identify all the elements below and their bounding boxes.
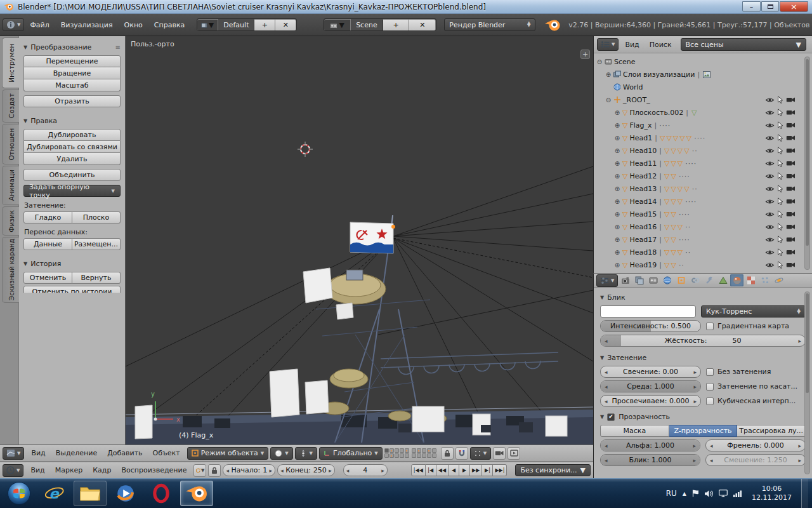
panel-header-history[interactable]: ▼ История	[23, 258, 121, 270]
tool-tab-2[interactable]: Создат	[2, 90, 20, 123]
outliner-row-Head14[interactable]: ⊕▽Head14|▽▽▽····	[594, 195, 812, 208]
properties-tab-particles[interactable]	[758, 274, 771, 286]
editor-type-selector-outliner[interactable]: ▼	[597, 38, 619, 51]
select-cursor-icon[interactable]	[777, 109, 783, 116]
transport-button-2[interactable]: |◀	[426, 464, 436, 476]
info-menu-2[interactable]: Визуализация	[55, 21, 119, 29]
expand-toggle-icon[interactable]: ⊕	[613, 211, 622, 218]
start-button[interactable]	[5, 479, 33, 507]
outliner-item-label[interactable]: Head10	[629, 147, 657, 155]
eye-icon[interactable]	[765, 236, 775, 243]
info-menu-3[interactable]: Окно	[119, 21, 148, 29]
tangent-checkbox-row[interactable]: Затенение по касат...	[706, 380, 806, 392]
properties-tab-data[interactable]	[716, 274, 730, 286]
layer-toggle-7[interactable]	[390, 453, 394, 458]
network-icon[interactable]	[733, 490, 742, 497]
outliner-row-Плоскость.002[interactable]: ⊕▽Плоскость.002|▽	[594, 106, 812, 119]
ship-model-scene[interactable]	[126, 36, 593, 444]
decrement-arrow-icon[interactable]: ◂	[602, 338, 610, 344]
outliner-item-label[interactable]: Head19	[629, 261, 657, 269]
outliner-row-Head12[interactable]: ⊕▽Head12|▽▽····	[594, 170, 812, 182]
opengl-render-anim-button[interactable]	[508, 447, 520, 460]
layer-toggle-16[interactable]	[412, 453, 416, 458]
fresnel-slider[interactable]: ◂ Френель: 0.000▸	[705, 439, 806, 451]
outliner-row-Head11[interactable]: ⊕▽Head11|▽▽▽····	[594, 157, 812, 170]
outliner-item-label[interactable]: Head12	[629, 172, 657, 180]
tangent-checkbox[interactable]	[706, 383, 714, 391]
expand-toggle-icon[interactable]: ⊕	[613, 236, 622, 243]
panel-header-specular[interactable]: ▼ Блик	[600, 291, 806, 304]
view-menu-4[interactable]: Объект	[148, 449, 185, 457]
tool-tab-5[interactable]: Физик	[2, 206, 20, 236]
outliner-item-label[interactable]: Head18	[629, 248, 657, 257]
select-cursor-icon[interactable]	[777, 236, 783, 243]
outliner-item-label[interactable]: Head13	[629, 185, 657, 193]
layer-toggle-10[interactable]	[405, 453, 409, 458]
outliner-item-label[interactable]: Head15	[629, 210, 657, 218]
transfer-layout-button[interactable]: Размещен...	[72, 238, 121, 250]
properties-tab-material[interactable]	[730, 274, 743, 286]
delete-button[interactable]: Удалить	[23, 153, 121, 165]
emit-slider[interactable]: ◂ Свечение: 0.00▸	[600, 366, 701, 378]
current-frame-field[interactable]: ◂ 4 ▸	[343, 464, 388, 476]
select-cursor-icon[interactable]	[777, 121, 783, 129]
outliner-row-Слои визуализации[interactable]: ⊕Слои визуализации|	[594, 68, 812, 81]
outliner-item-label[interactable]: Head11	[629, 159, 657, 168]
pivot-point-dropdown[interactable]: ▼	[295, 447, 317, 460]
outliner-menu-2[interactable]: Поиск	[645, 41, 677, 49]
outliner-row-Head17[interactable]: ⊕▽Head17|▽▽····	[594, 233, 812, 246]
taskbar-app-media-player[interactable]	[109, 481, 142, 506]
screen-layout-selector[interactable]: ▼ Default + ✕	[197, 18, 297, 31]
render-restrict-camera-icon[interactable]	[786, 211, 796, 217]
render-restrict-camera-icon[interactable]	[786, 173, 796, 179]
ramp-checkbox[interactable]	[706, 323, 714, 330]
taskbar-app-explorer[interactable]	[74, 481, 107, 506]
transfer-data-button[interactable]: Данные	[23, 238, 72, 250]
end-frame-field[interactable]: ◂ Конец:250 ▸	[277, 464, 335, 476]
select-cursor-icon[interactable]	[777, 248, 783, 256]
cursor-3d-icon[interactable]	[298, 142, 313, 157]
scrollbar-thumb[interactable]	[806, 59, 809, 246]
shadeless-checkbox[interactable]	[706, 368, 714, 376]
shadeless-checkbox-row[interactable]: Без затенения	[706, 366, 806, 378]
duplicate-linked-button[interactable]: Дублировать со связями	[23, 141, 121, 153]
eye-icon[interactable]	[765, 147, 775, 154]
layer-toggle-5[interactable]	[405, 448, 409, 453]
taskbar-app-opera[interactable]	[145, 481, 178, 506]
layer-toggle-20[interactable]	[432, 453, 436, 458]
outliner-item-label[interactable]: Scene	[614, 58, 636, 66]
transport-button-1[interactable]: |◀◀	[411, 464, 426, 476]
expand-toggle-icon[interactable]: ⊕	[613, 122, 622, 129]
info-menu-4[interactable]: Справка	[148, 21, 190, 29]
outliner-row-World[interactable]: World	[594, 81, 812, 93]
expand-toggle-icon[interactable]: ⊕	[613, 109, 622, 116]
transport-button-8[interactable]: ▶▶|	[493, 464, 507, 476]
panel-header-transform[interactable]: ▼ Преобразование ≡	[23, 41, 121, 53]
eye-icon[interactable]	[765, 198, 775, 205]
render-restrict-camera-icon[interactable]	[786, 160, 796, 166]
properties-tab-texture[interactable]	[744, 274, 757, 286]
layer-toggle-2[interactable]	[390, 448, 394, 453]
expand-toggle-icon[interactable]: ⊕	[613, 135, 622, 142]
taskbar-app-internet-explorer[interactable]: e	[38, 481, 71, 506]
transform-orientation-dropdown[interactable]: Глобально ▼	[319, 447, 383, 460]
select-cursor-icon[interactable]	[777, 172, 783, 180]
increment-arrow-icon[interactable]: ▸	[270, 467, 273, 474]
outliner-row-Head19[interactable]: ⊕▽Head19|▽▽··	[594, 258, 812, 271]
layer-toggle-14[interactable]	[427, 448, 431, 453]
minimize-button[interactable]: –	[742, 1, 761, 12]
layer-toggle-1[interactable]	[384, 448, 389, 453]
scene-name[interactable]: Scene	[351, 19, 383, 30]
tool-tab-1[interactable]: Инструмен	[2, 37, 20, 88]
eye-icon[interactable]	[765, 185, 775, 192]
lock-to-scene-button[interactable]	[441, 447, 454, 460]
layer-toggle-3[interactable]	[395, 448, 399, 453]
scrollbar-thumb[interactable]	[806, 293, 809, 393]
eye-icon[interactable]	[765, 97, 775, 104]
panel-header-transparency[interactable]: ▼ Прозрачность	[600, 411, 806, 423]
layer-toggle-18[interactable]	[422, 453, 426, 458]
properties-tab-object[interactable]	[674, 274, 688, 286]
render-restrict-camera-icon[interactable]	[786, 236, 796, 243]
screen-browse-icon[interactable]: ▼	[197, 19, 218, 31]
scene-browse-icon[interactable]: ▼	[324, 19, 351, 31]
